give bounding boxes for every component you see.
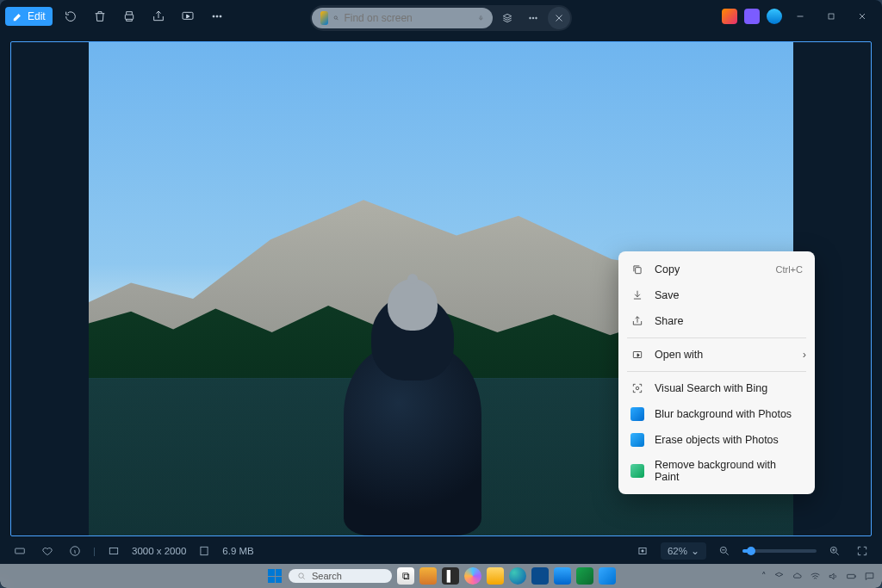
filmstrip-toggle-icon[interactable]	[10, 542, 29, 560]
slideshow-icon[interactable]	[175, 3, 201, 29]
svg-point-2	[213, 15, 214, 17]
task-view-icon[interactable]: ⧉	[397, 567, 414, 585]
taskbar-pin-2[interactable]: ▌	[442, 567, 459, 585]
ctx-share-label: Share	[655, 315, 683, 327]
fullscreen-icon[interactable]	[853, 542, 872, 560]
maximize-button[interactable]	[817, 4, 846, 28]
photos-app-window: Edit	[0, 0, 882, 588]
status-bar: | 3000 x 2000 6.9 MB 62% ⌄	[0, 538, 882, 564]
taskbar-store-icon[interactable]	[531, 567, 549, 585]
taskbar-search-icon	[297, 572, 307, 581]
tray-battery-icon[interactable]	[846, 571, 857, 582]
edit-button[interactable]: Edit	[5, 7, 53, 26]
svg-point-5	[334, 16, 337, 19]
app-icon-clipchamp[interactable]	[722, 9, 737, 24]
ctx-save[interactable]: Save	[618, 282, 815, 308]
app-icon-designer[interactable]	[744, 9, 760, 24]
rotate-icon[interactable]	[58, 3, 84, 29]
print-icon[interactable]	[116, 3, 142, 29]
snipping-tool-icon	[320, 11, 328, 25]
share-icon[interactable]	[146, 3, 171, 29]
mic-icon[interactable]	[478, 13, 484, 23]
ctx-copy-label: Copy	[655, 263, 680, 275]
status-dimensions: 3000 x 2000	[132, 546, 186, 556]
search-input[interactable]	[344, 12, 473, 24]
fit-to-window-icon[interactable]	[633, 542, 652, 560]
svg-rect-16	[109, 548, 117, 554]
svg-rect-0	[125, 15, 133, 19]
svg-point-7	[530, 17, 531, 19]
edit-button-label: Edit	[28, 10, 46, 22]
visual-search-icon	[630, 381, 644, 395]
taskbar-explorer-icon[interactable]	[487, 567, 504, 585]
svg-point-19	[642, 550, 643, 552]
photos-erase-icon	[630, 433, 644, 447]
close-button[interactable]	[848, 4, 877, 28]
svg-rect-10	[829, 14, 834, 19]
ctx-copy[interactable]: Copy Ctrl+C	[618, 257, 815, 282]
taskbar-app-icon-2[interactable]	[576, 567, 593, 585]
ctx-visual-search[interactable]: Visual Search with Bing	[618, 375, 815, 401]
windows-taskbar: Search ⧉ ▌ ˄	[0, 564, 882, 588]
taskbar-search[interactable]: Search	[289, 569, 392, 583]
ctx-erase-obj[interactable]: Erase objects with Photos	[618, 427, 815, 453]
zoom-level[interactable]: 62% ⌄	[661, 542, 706, 560]
search-pill[interactable]	[312, 8, 493, 28]
copilot-icon[interactable]	[496, 7, 519, 29]
taskbar-app-icon-1[interactable]	[554, 567, 571, 585]
system-tray[interactable]: ˄	[761, 571, 875, 582]
ctx-remove-bg-label: Remove background with Paint	[655, 459, 803, 483]
zoom-value: 62%	[668, 546, 687, 556]
save-icon	[630, 288, 644, 302]
status-filesize: 6.9 MB	[222, 546, 253, 556]
tray-notifications-icon[interactable]	[864, 571, 875, 582]
tray-volume-icon[interactable]	[828, 571, 839, 582]
more-icon[interactable]	[204, 3, 230, 29]
zoom-slider[interactable]	[742, 549, 817, 553]
tray-wifi-icon[interactable]	[810, 571, 821, 582]
taskbar-copilot-icon[interactable]	[464, 567, 481, 585]
favorite-icon[interactable]	[38, 542, 57, 560]
app-icon-onedrive[interactable]	[767, 9, 782, 24]
ctx-erase-obj-label: Erase objects with Photos	[655, 434, 779, 446]
ctx-open-with[interactable]: Open with ›	[618, 342, 815, 368]
filesize-icon	[195, 542, 214, 560]
copy-icon	[630, 263, 644, 276]
zoom-in-icon[interactable]	[825, 542, 844, 560]
tray-icon-1[interactable]	[773, 571, 785, 582]
info-icon[interactable]	[65, 542, 84, 560]
ctx-separator-2	[627, 371, 806, 372]
zoom-out-icon[interactable]	[715, 542, 734, 560]
ctx-copy-shortcut: Ctrl+C	[776, 264, 803, 275]
svg-rect-17	[201, 547, 208, 554]
ctx-open-with-label: Open with	[655, 349, 703, 361]
svg-point-3	[216, 15, 218, 17]
photos-blur-icon	[630, 407, 644, 421]
taskbar-edge-icon[interactable]	[509, 567, 526, 585]
search-more-icon[interactable]	[522, 7, 544, 29]
start-button[interactable]	[266, 567, 283, 585]
ctx-blur-bg[interactable]: Blur background with Photos	[618, 401, 815, 427]
ctx-separator-1	[627, 337, 806, 338]
ctx-blur-bg-label: Blur background with Photos	[655, 408, 792, 420]
svg-point-9	[536, 17, 537, 19]
delete-icon[interactable]	[87, 3, 113, 29]
open-with-icon	[630, 348, 644, 362]
minimize-button[interactable]	[786, 4, 815, 28]
ctx-share[interactable]: Share	[618, 308, 815, 334]
taskbar-photos-icon[interactable]	[599, 567, 616, 585]
svg-rect-23	[848, 574, 855, 578]
taskbar-pin-1[interactable]	[419, 567, 437, 585]
paint-remove-bg-icon	[630, 464, 644, 478]
tray-onedrive-icon[interactable]	[792, 571, 803, 582]
search-close-icon[interactable]	[548, 7, 570, 29]
ctx-visual-search-label: Visual Search with Bing	[655, 382, 767, 394]
dimensions-icon	[104, 542, 123, 560]
chevron-down-icon: ⌄	[691, 545, 699, 557]
search-icon	[333, 13, 339, 23]
tray-chevron-icon[interactable]: ˄	[761, 571, 767, 582]
taskbar-search-label: Search	[312, 571, 342, 581]
svg-point-4	[220, 15, 221, 17]
svg-rect-14	[16, 548, 25, 554]
ctx-remove-bg[interactable]: Remove background with Paint	[618, 453, 815, 489]
